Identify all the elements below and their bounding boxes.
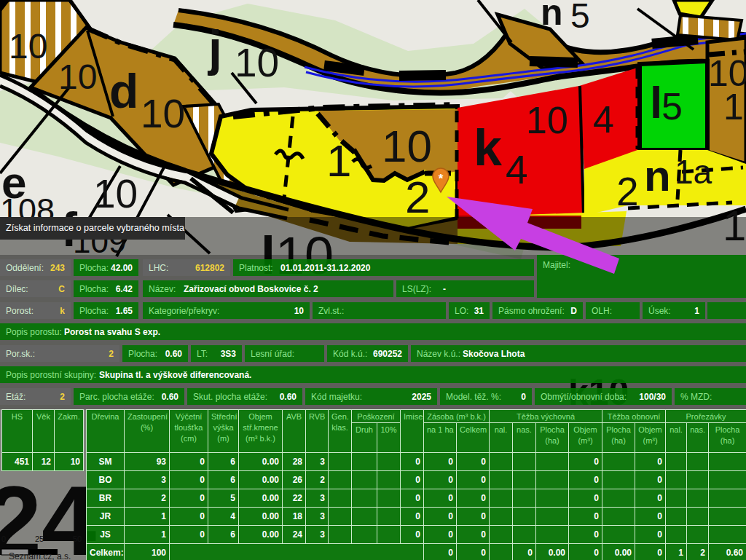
svg-text:10: 10 — [235, 40, 279, 85]
svg-text:10: 10 — [9, 27, 47, 66]
svg-text:n: n — [541, 0, 563, 33]
svg-text:l: l — [650, 77, 662, 127]
svg-text:10: 10 — [93, 171, 138, 216]
svg-text:k: k — [474, 119, 502, 176]
svg-text:10: 10 — [526, 99, 568, 141]
svg-text:5: 5 — [661, 85, 683, 127]
svg-text:4: 4 — [506, 147, 528, 192]
svg-text:d: d — [109, 64, 138, 118]
svg-text:4: 4 — [593, 98, 614, 141]
svg-text:10: 10 — [58, 58, 97, 96]
svg-text:j: j — [207, 20, 222, 76]
svg-text:2: 2 — [405, 172, 430, 222]
svg-text:n: n — [644, 151, 671, 200]
svg-text:10: 10 — [141, 91, 185, 136]
svg-text:1: 1 — [326, 135, 351, 186]
svg-text:1: 1 — [723, 87, 744, 127]
svg-text:1a: 1a — [675, 153, 712, 191]
svg-text:5: 5 — [570, 0, 590, 35]
svg-text:10: 10 — [382, 121, 432, 171]
svg-text:2: 2 — [616, 169, 639, 214]
